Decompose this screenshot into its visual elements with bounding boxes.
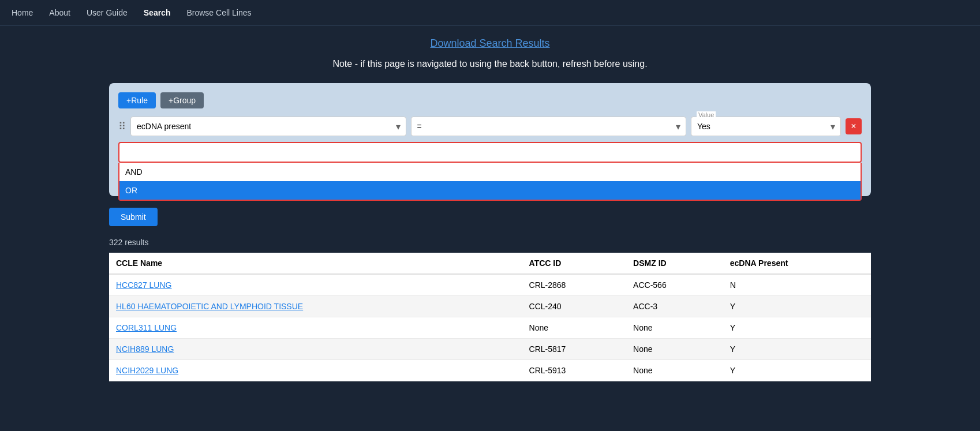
submit-button[interactable]: Submit bbox=[109, 208, 158, 226]
dsmz-id-cell: None bbox=[626, 317, 723, 339]
cell-line-link[interactable]: HL60 HAEMATOPOIETIC AND LYMPHOID TISSUE bbox=[116, 302, 303, 311]
nav-search[interactable]: Search bbox=[144, 8, 171, 17]
ecdna-present-cell: Y bbox=[723, 360, 871, 381]
builder-toolbar: +Rule +Group bbox=[118, 92, 862, 108]
download-search-results-link[interactable]: Download Search Results bbox=[109, 38, 871, 50]
navigation: Home About User Guide Search Browse Cell… bbox=[0, 0, 980, 26]
query-builder: +Rule +Group ⠿ ecDNA present = Value Yes bbox=[109, 83, 871, 196]
col-header-dsmz-id: DSMZ ID bbox=[626, 253, 723, 274]
add-group-button[interactable]: +Group bbox=[160, 92, 204, 108]
cell-line-link[interactable]: NCIH2029 LUNG bbox=[116, 366, 178, 375]
cell-line-link[interactable]: CORL311 LUNG bbox=[116, 323, 177, 332]
connector-option-and[interactable]: AND bbox=[119, 163, 861, 181]
value-label: Value bbox=[697, 111, 716, 118]
field-select-wrapper: ecDNA present bbox=[130, 117, 406, 136]
dsmz-id-cell: ACC-566 bbox=[626, 274, 723, 296]
col-header-ccle-name: CCLE Name bbox=[109, 253, 522, 274]
table-header-row: CCLE Name ATCC ID DSMZ ID ecDNA Present bbox=[109, 253, 871, 274]
dsmz-id-cell: ACC-3 bbox=[626, 296, 723, 317]
operator-select-wrapper: = bbox=[411, 117, 687, 136]
operator-select[interactable]: = bbox=[411, 117, 687, 136]
connector-select-display[interactable]: OR ▾ bbox=[118, 142, 862, 163]
nav-home[interactable]: Home bbox=[12, 8, 33, 17]
nav-browse-cell-lines[interactable]: Browse Cell Lines bbox=[186, 8, 251, 17]
atcc-id-cell: CRL-5817 bbox=[522, 339, 627, 360]
connector-current-value: OR bbox=[125, 148, 137, 157]
connector-option-or[interactable]: OR bbox=[119, 181, 861, 200]
value-select[interactable]: Yes bbox=[691, 117, 841, 136]
ecdna-present-cell: N bbox=[723, 274, 871, 296]
cell-line-link[interactable]: HCC827 LUNG bbox=[116, 280, 171, 290]
field-select[interactable]: ecDNA present bbox=[130, 117, 406, 136]
cell-line-link[interactable]: NCIH889 LUNG bbox=[116, 344, 174, 354]
value-wrapper: Value Yes bbox=[691, 117, 841, 136]
ecdna-present-cell: Y bbox=[723, 296, 871, 317]
ecdna-present-cell: Y bbox=[723, 339, 871, 360]
col-header-ecdna-present: ecDNA Present bbox=[723, 253, 871, 274]
dsmz-id-cell: None bbox=[626, 360, 723, 381]
remove-rule-button[interactable]: × bbox=[846, 118, 862, 134]
nav-user-guide[interactable]: User Guide bbox=[87, 8, 128, 17]
table-row: NCIH2029 LUNGCRL-5913NoneY bbox=[109, 360, 871, 381]
results-count: 322 results bbox=[109, 238, 871, 247]
connector-dropdown: AND OR bbox=[118, 163, 862, 201]
rule-row: ⠿ ecDNA present = Value Yes × bbox=[118, 117, 862, 136]
table-row: HCC827 LUNGCRL-2868ACC-566N bbox=[109, 274, 871, 296]
atcc-id-cell: None bbox=[522, 317, 627, 339]
chevron-down-icon: ▾ bbox=[839, 148, 843, 157]
note-text: Note - if this page is navigated to usin… bbox=[109, 59, 871, 69]
add-rule-button[interactable]: +Rule bbox=[118, 92, 156, 108]
col-header-atcc-id: ATCC ID bbox=[522, 253, 627, 274]
table-row: NCIH889 LUNGCRL-5817NoneY bbox=[109, 339, 871, 360]
table-row: HL60 HAEMATOPOIETIC AND LYMPHOID TISSUEC… bbox=[109, 296, 871, 317]
ecdna-present-cell: Y bbox=[723, 317, 871, 339]
results-table: CCLE Name ATCC ID DSMZ ID ecDNA Present … bbox=[109, 253, 871, 381]
nav-about[interactable]: About bbox=[49, 8, 70, 17]
drag-handle-icon: ⠿ bbox=[118, 120, 126, 133]
main-content: Download Search Results Note - if this p… bbox=[86, 26, 894, 393]
atcc-id-cell: CRL-2868 bbox=[522, 274, 627, 296]
atcc-id-cell: CCL-240 bbox=[522, 296, 627, 317]
table-row: CORL311 LUNGNoneNoneY bbox=[109, 317, 871, 339]
dsmz-id-cell: None bbox=[626, 339, 723, 360]
atcc-id-cell: CRL-5913 bbox=[522, 360, 627, 381]
connector-dropdown-wrapper: OR ▾ AND OR bbox=[118, 142, 862, 163]
